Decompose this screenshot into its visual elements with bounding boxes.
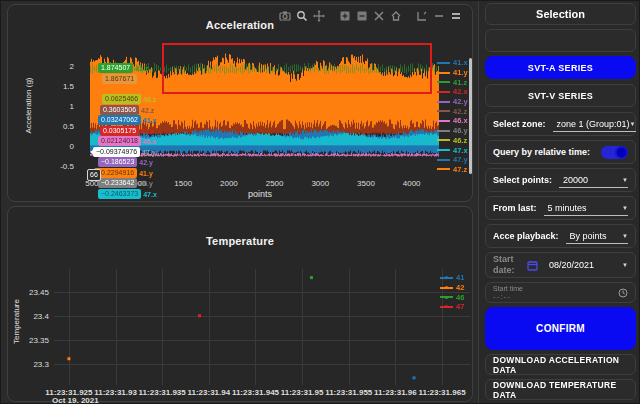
legend-item-41.z[interactable]: 41.z [437,77,468,87]
x-tick-label: 4000 [403,179,421,188]
legend-item-47[interactable]: 47 [440,302,464,312]
x-tick-label: 11:23:31.965 [418,388,465,397]
toggle-thumb [615,146,628,159]
chevron-down-icon: ▼ [622,262,628,268]
selection-panel-title: Selection [485,3,636,25]
legend-item-46.x[interactable]: 46.x [437,116,468,126]
legend-item-47.x[interactable]: 47.x [437,145,468,155]
download-temperature-button[interactable]: DOWNLOAD TEMPERATURE DATA [485,379,636,400]
autoscale-icon[interactable] [372,9,385,22]
hover-label-47.x: −0.246337347.x [98,189,157,199]
legend-item-42.y[interactable]: 42.y [437,97,468,107]
pan-icon[interactable] [312,9,325,22]
confirm-button[interactable]: CONFIRM [485,307,636,350]
legend-swatch [437,72,450,74]
select-zone-dropdown[interactable]: zone 1 (Group:01) ▼ [553,116,636,132]
legend-item-42[interactable]: 42 [440,283,464,293]
legend-swatch [437,159,450,161]
legend-swatch [437,168,450,170]
y-tick-label: 0.5 [63,122,74,131]
from-last-dropdown[interactable]: 5 minutes ▼ [544,200,628,216]
svt-a-series-button[interactable]: SVT-A SERIES [485,56,636,79]
acceleration-y-axis-label: Acceleration (g) [24,77,33,133]
x-hover-label: 66 [87,169,101,181]
start-date-row: Start date: 08/20/2021 ▼ [485,252,636,278]
x-tick-label: 11:23:31.93 [94,388,137,397]
legend-item-42.x[interactable]: 42.x [437,87,468,97]
x-tick-label: 11:23:31.955 [325,388,372,397]
x-tick-label: 11:23:31.94 [187,388,230,397]
legend-swatch [437,110,450,112]
legend-item-41.x[interactable]: 41.x [437,58,468,68]
y-tick-label: -0.5 [60,162,74,171]
hover-label-42.y: −0.18652342.y [98,157,153,167]
temperature-plot-area[interactable] [54,269,470,385]
legend-item-41.y[interactable]: 41.y [437,68,468,78]
start-time-value[interactable]: --:-- [493,292,523,301]
x-axis-date-label: Oct 19, 2021 [52,396,99,404]
hover-label-41.y: −0.229491641.y [94,168,153,178]
hover-compare-icon[interactable] [449,9,462,22]
start-time-row: Start time --:-- [485,282,636,303]
x-tick-label: 11:23:31.95 [281,388,324,397]
chevron-down-icon: ▼ [630,121,636,127]
legend-swatch [440,277,453,279]
select-zone-label: Select zone: [493,119,546,129]
chevron-down-icon: ▼ [622,233,628,239]
x-tick-label: 3500 [357,179,375,188]
x-tick-label: 11:23:31.96 [374,388,417,397]
x-tick-label: 2000 [220,179,238,188]
select-points-label: Select points: [493,175,552,185]
temperature-chart-panel: Temperature Temperature 23.4523.423.3523… [7,206,473,402]
hover-label-47.z: 1.86767147.z [102,74,152,84]
y-tick-label: 23.45 [29,288,49,297]
spike-lines-icon[interactable] [415,9,428,22]
zoom-out-icon[interactable] [355,9,368,22]
legend-swatch [437,91,450,93]
legend-scrollbar[interactable] [469,58,472,174]
x-tick-label: 1500 [174,179,192,188]
from-last-row: From last: 5 minutes ▼ [485,196,636,220]
reset-axes-home-icon[interactable] [389,9,402,22]
relative-time-toggle[interactable] [601,146,628,159]
download-acceleration-button[interactable]: DOWNLOAD ACCELERATION DATA [485,354,636,375]
legend-item-46.y[interactable]: 46.y [437,126,468,136]
select-points-dropdown[interactable]: 20000 ▼ [559,172,628,188]
y-tick-label: 1.5 [63,82,74,91]
hover-label-41.x: 0.0324706241.x [98,115,157,125]
legend-item-41[interactable]: 41 [440,273,464,283]
legend-swatch [437,120,450,122]
x-tick-label: 2500 [266,179,284,188]
legend-item-47.y[interactable]: 47.y [437,155,468,165]
legend-item-46.z[interactable]: 46.z [437,136,468,146]
start-date-dropdown[interactable]: 08/20/2021 ▼ [545,258,628,273]
zoom-icon[interactable] [295,9,308,22]
calendar-icon[interactable] [527,260,538,271]
select-points-row: Select points: 20000 ▼ [485,168,636,192]
camera-icon[interactable] [278,9,291,22]
x-tick-label: 11:23:31.935 [139,388,186,397]
relative-time-label: Query by relative time: [493,147,590,157]
legend-swatch [437,101,450,103]
acce-playback-label: Acce playback: [493,231,559,241]
legend-item-46[interactable]: 46 [440,292,464,302]
x-tick-label: 3000 [311,179,329,188]
hover-label-46.z: 0.062546646.z [102,94,156,104]
start-date-label: Start date: [493,254,523,276]
y-tick-label: 2 [70,62,74,71]
chevron-down-icon: ▼ [622,205,628,211]
legend-item-42.z[interactable]: 42.z [437,106,468,116]
legend-swatch [437,62,450,64]
clock-icon[interactable] [618,288,628,298]
hover-closest-icon[interactable] [432,9,445,22]
acceleration-chart-panel: Acceleration [7,4,473,202]
acce-playback-row: Acce playback: By points ▼ [485,224,636,248]
selection-rectangle-annotation [162,43,432,94]
zoom-in-icon[interactable] [338,9,351,22]
temperature-y-axis-label: Temperature [12,299,21,344]
legend-item-47.z[interactable]: 47.z [437,165,468,175]
svt-v-series-button[interactable]: SVT-V SERIES [485,84,636,107]
from-last-label: From last: [493,203,537,213]
acce-playback-dropdown[interactable]: By points ▼ [566,228,628,244]
hover-label-41.z: 1.87450741.z [98,63,148,73]
